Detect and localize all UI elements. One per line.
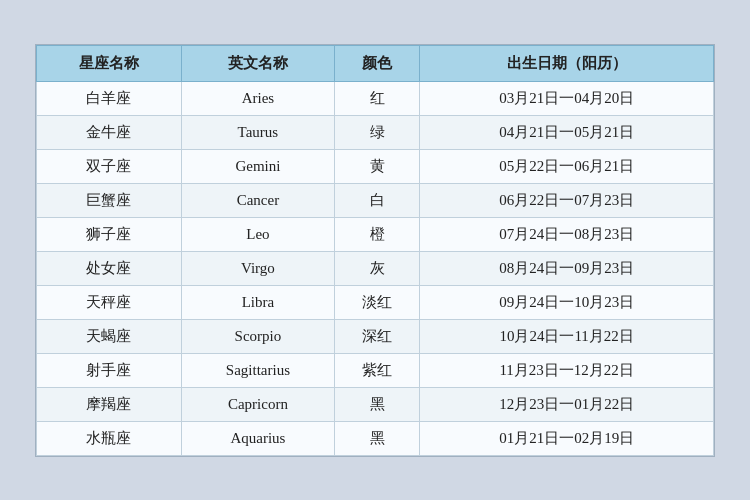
cell-english: Gemini [181,149,334,183]
cell-color: 绿 [334,115,419,149]
cell-color: 黑 [334,421,419,455]
cell-dates: 09月24日一10月23日 [420,285,714,319]
cell-chinese: 双子座 [37,149,182,183]
table-row: 水瓶座Aquarius黑01月21日一02月19日 [37,421,714,455]
table-row: 狮子座Leo橙07月24日一08月23日 [37,217,714,251]
cell-english: Leo [181,217,334,251]
cell-dates: 05月22日一06月21日 [420,149,714,183]
cell-chinese: 白羊座 [37,81,182,115]
table-header-row: 星座名称 英文名称 颜色 出生日期（阳历） [37,45,714,81]
cell-chinese: 天蝎座 [37,319,182,353]
table-row: 摩羯座Capricorn黑12月23日一01月22日 [37,387,714,421]
cell-dates: 10月24日一11月22日 [420,319,714,353]
cell-chinese: 水瓶座 [37,421,182,455]
cell-chinese: 射手座 [37,353,182,387]
cell-color: 深红 [334,319,419,353]
col-header-english: 英文名称 [181,45,334,81]
cell-color: 黄 [334,149,419,183]
cell-english: Aquarius [181,421,334,455]
table-row: 天秤座Libra淡红09月24日一10月23日 [37,285,714,319]
cell-dates: 03月21日一04月20日 [420,81,714,115]
cell-chinese: 天秤座 [37,285,182,319]
table-row: 射手座Sagittarius紫红11月23日一12月22日 [37,353,714,387]
cell-english: Scorpio [181,319,334,353]
table-row: 白羊座Aries红03月21日一04月20日 [37,81,714,115]
cell-dates: 12月23日一01月22日 [420,387,714,421]
cell-color: 红 [334,81,419,115]
zodiac-table: 星座名称 英文名称 颜色 出生日期（阳历） 白羊座Aries红03月21日一04… [36,45,714,456]
table-row: 天蝎座Scorpio深红10月24日一11月22日 [37,319,714,353]
table-row: 巨蟹座Cancer白06月22日一07月23日 [37,183,714,217]
table-row: 金牛座Taurus绿04月21日一05月21日 [37,115,714,149]
cell-color: 淡红 [334,285,419,319]
cell-dates: 08月24日一09月23日 [420,251,714,285]
zodiac-table-container: 星座名称 英文名称 颜色 出生日期（阳历） 白羊座Aries红03月21日一04… [35,44,715,457]
cell-dates: 01月21日一02月19日 [420,421,714,455]
cell-english: Capricorn [181,387,334,421]
cell-dates: 06月22日一07月23日 [420,183,714,217]
cell-color: 黑 [334,387,419,421]
cell-dates: 04月21日一05月21日 [420,115,714,149]
cell-english: Virgo [181,251,334,285]
col-header-color: 颜色 [334,45,419,81]
cell-color: 白 [334,183,419,217]
cell-color: 紫红 [334,353,419,387]
cell-english: Libra [181,285,334,319]
cell-color: 橙 [334,217,419,251]
cell-chinese: 处女座 [37,251,182,285]
table-row: 双子座Gemini黄05月22日一06月21日 [37,149,714,183]
table-row: 处女座Virgo灰08月24日一09月23日 [37,251,714,285]
col-header-chinese: 星座名称 [37,45,182,81]
cell-english: Aries [181,81,334,115]
cell-english: Sagittarius [181,353,334,387]
cell-color: 灰 [334,251,419,285]
cell-english: Cancer [181,183,334,217]
cell-chinese: 摩羯座 [37,387,182,421]
cell-chinese: 狮子座 [37,217,182,251]
cell-chinese: 巨蟹座 [37,183,182,217]
col-header-dates: 出生日期（阳历） [420,45,714,81]
cell-english: Taurus [181,115,334,149]
cell-dates: 07月24日一08月23日 [420,217,714,251]
cell-chinese: 金牛座 [37,115,182,149]
cell-dates: 11月23日一12月22日 [420,353,714,387]
